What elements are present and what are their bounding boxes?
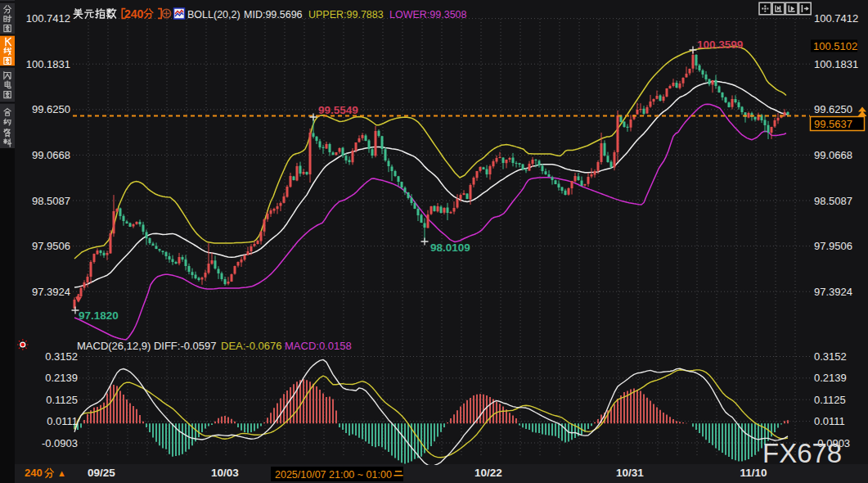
svg-text:97.9506: 97.9506 [814,240,852,252]
svg-text:0.3152: 0.3152 [45,350,78,363]
svg-text:99.5637: 99.5637 [814,118,852,130]
svg-text:240: 240 [124,7,144,20]
svg-text:0.1125: 0.1125 [814,394,846,406]
svg-text:99.0668: 99.0668 [814,149,852,161]
svg-text:0.1125: 0.1125 [46,394,78,406]
svg-text:MID:99.5696: MID:99.5696 [244,9,303,20]
svg-text:97.9506: 97.9506 [32,240,70,252]
svg-text:99.0668: 99.0668 [32,149,70,161]
svg-text:0.0111: 0.0111 [814,415,845,427]
svg-text:100.5102: 100.5102 [813,40,857,52]
svg-text:99.6250: 99.6250 [814,103,852,115]
svg-text:FX678: FX678 [762,438,842,468]
svg-text:100.1831: 100.1831 [26,58,70,70]
svg-text:98.0109: 98.0109 [430,242,470,254]
svg-text:MACD(26,12,9) DIFF:-0.0597: MACD(26,12,9) DIFF:-0.0597 [77,340,217,352]
svg-text:2025/10/07 21:00 ~ 01:00: 2025/10/07 21:00 ~ 01:00 [275,469,392,481]
svg-text:97.3924: 97.3924 [814,286,852,298]
svg-text:98.5087: 98.5087 [32,195,70,207]
svg-text:10/03: 10/03 [211,467,239,479]
svg-text:0.2139: 0.2139 [45,372,78,384]
svg-text:0.2139: 0.2139 [814,372,847,384]
svg-text:-0.0903: -0.0903 [42,437,78,449]
svg-text:99.5549: 99.5549 [318,104,358,116]
svg-text:0.3152: 0.3152 [814,350,847,363]
svg-text:98.5087: 98.5087 [814,195,852,207]
svg-text:LOWER:99.3508: LOWER:99.3508 [389,9,467,20]
svg-text:11/10: 11/10 [740,467,767,479]
svg-text:10/31: 10/31 [616,467,644,479]
svg-text:▲: ▲ [57,468,66,478]
svg-text:10/22: 10/22 [474,467,502,479]
svg-text:100.3599: 100.3599 [697,38,743,51]
svg-text:240: 240 [25,467,43,479]
svg-text:0.0111: 0.0111 [47,415,78,427]
svg-text:99.6250: 99.6250 [32,103,70,115]
svg-text:DEA:-0.0676: DEA:-0.0676 [221,340,281,352]
svg-text:100.7412: 100.7412 [26,12,70,25]
svg-text:100.1831: 100.1831 [814,58,858,70]
svg-text:MACD:0.0158: MACD:0.0158 [285,340,352,352]
svg-text:09/25: 09/25 [88,467,115,479]
svg-text:97.3924: 97.3924 [32,286,70,298]
svg-text:BOLL(20,2): BOLL(20,2) [187,9,241,20]
svg-text:UPPER:99.7883: UPPER:99.7883 [308,9,384,20]
svg-text:97.1820: 97.1820 [79,309,119,322]
svg-text:100.7412: 100.7412 [814,12,858,25]
